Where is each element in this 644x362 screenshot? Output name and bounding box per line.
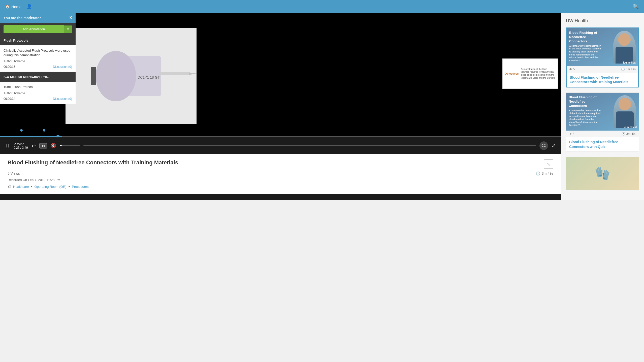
annotation-author-1: Author: bcherne — [4, 59, 72, 63]
top-navigation: 🏠 Home 👤 🔍 — [0, 0, 644, 13]
main-layout: You are the moderator X Add Annotation ▼… — [0, 13, 644, 200]
video-content: You are the moderator X Add Annotation ▼… — [0, 13, 561, 154]
annotation-body-2: 10mL Flush Protocol. Author: bcherne 00:… — [0, 82, 76, 103]
clock-icon: 🕐 — [536, 171, 540, 175]
cc-button[interactable]: CC — [539, 141, 548, 150]
video-thumbnail-small: Objectives Demonstration of the flush vo… — [502, 58, 558, 89]
card-logo-2: icumedical — [624, 126, 637, 129]
timeline-markers — [20, 129, 45, 132]
tag-healthcare[interactable]: Healthcare — [13, 185, 29, 189]
card-text-1: Blood Flushing of Needlefree Connectors … — [569, 31, 602, 62]
annotation-item-2: ICU Medical MicroClave Pro... ⋮ 10mL Flu… — [0, 72, 76, 104]
video-title-row: Blood Flushing of Needlefree Connectors … — [8, 159, 553, 169]
sidebar-channel-title: UW Health — [566, 18, 639, 23]
annotation-footer-2: 00:00:34 Discussion (0) — [4, 97, 72, 101]
svg-text:DC1Y1 18 GT: DC1Y1 18 GT — [138, 75, 160, 79]
card-duration-1: 🕐 3m 49s — [621, 68, 636, 71]
video-player-area[interactable]: You are the moderator X Add Annotation ▼… — [0, 13, 561, 154]
home-nav-item[interactable]: 🏠 Home — [5, 4, 21, 9]
card-image-2: Blood Flushing of Needlefree Connectors … — [566, 93, 639, 131]
sidebar: UW Health Blood Flushing of Needlefree C… — [561, 13, 644, 200]
volume-button[interactable]: 🔇 — [51, 143, 56, 148]
annotation-author-2: Author: bcherne — [4, 92, 72, 95]
playing-label: Playing — [14, 142, 24, 146]
video-meta: 5 Views 🕐 3m 49s — [8, 171, 553, 175]
user-icon[interactable]: 👤 — [26, 4, 32, 9]
add-annotation-bar: Add Annotation ▼ — [0, 23, 76, 36]
sidebar-card-1[interactable]: Blood Flushing of Needlefree Connectors … — [566, 27, 639, 87]
current-time: 0:25 — [14, 146, 19, 149]
timeline-marker-2 — [43, 129, 45, 132]
views-count: 5 Views — [8, 171, 20, 175]
person-head-2 — [619, 98, 631, 110]
card-logo-1: icumedical — [623, 61, 636, 64]
moderator-header: You are the moderator X — [0, 13, 76, 23]
rewind-button[interactable]: ↩ — [31, 143, 36, 149]
timeline-marker-1 — [20, 129, 23, 132]
pause-button[interactable]: ⏸ — [5, 143, 10, 149]
annotation-footer-1: 00:00:15 Discussion (0) — [4, 65, 72, 69]
tag-procedures[interactable]: Procedures — [72, 185, 88, 189]
total-time: 3:49 — [22, 146, 28, 149]
tag-sep-1: • — [31, 184, 33, 189]
card-text-2: Blood Flushing of Needlefree Connectors … — [569, 95, 601, 127]
seek-bar[interactable] — [83, 145, 536, 146]
sidebar-card-3[interactable]: 🧤 — [566, 157, 639, 190]
video-info: Blood Flushing of Needlefree Connectors … — [0, 154, 561, 194]
add-annotation-button[interactable]: Add Annotation — [4, 25, 64, 33]
thumbnail-description: Demonstration of the flush volumes requi… — [521, 68, 556, 80]
person-head-1 — [618, 33, 631, 46]
duration-value: 3m 49s — [542, 171, 553, 175]
annotation-body-1: Clinically Accepted Flush Protocols were… — [0, 45, 76, 72]
moderator-close-button[interactable]: X — [69, 16, 72, 20]
tag-icon: 🏷 — [8, 185, 11, 189]
card-info-1: Blood Flushing of Needlefree Connectors … — [567, 73, 638, 87]
glove-image: 🧤 — [595, 166, 610, 181]
person-image-1 — [613, 31, 636, 64]
svg-rect-5 — [91, 67, 96, 85]
card-title-1[interactable]: Blood Flushing of Needlefree Connectors … — [570, 75, 635, 84]
card-title-2[interactable]: Blood Flushing of Needlefree Connectors … — [569, 140, 636, 149]
search-icon[interactable]: 🔍 — [633, 4, 639, 10]
annotation-time-2: 00:00:34 — [4, 97, 15, 101]
video-controls: ⏸ Playing 0:25 / 3:49 ↩ 1x 🔇 — [0, 137, 561, 154]
annotation-text-1: Clinically Accepted Flush Protocols were… — [4, 48, 72, 57]
video-title: Blood Flushing of Needlefree Connectors … — [8, 159, 178, 166]
card-image-desc-2: A comparative demonstration of the flush… — [569, 109, 601, 127]
annotation-time-1: 00:00:15 — [4, 65, 15, 69]
speed-button[interactable]: 1x — [39, 143, 47, 148]
fullscreen-icon-button[interactable]: ⤡ — [544, 159, 553, 169]
card-image-1: Blood Flushing of Needlefree Connectors … — [567, 28, 638, 66]
moderator-panel: You are the moderator X Add Annotation ▼… — [0, 13, 76, 104]
annotation-discussion-1[interactable]: Discussion (0) — [53, 65, 72, 69]
card-duration-2: 🕐 3m 49s — [622, 132, 636, 136]
video-time: 0:25 / 3:49 — [14, 146, 28, 149]
nav-left: 🏠 Home 👤 — [5, 4, 32, 9]
annotation-discussion-2[interactable]: Discussion (0) — [53, 97, 72, 101]
expand-button[interactable]: ⤢ — [552, 143, 556, 149]
home-icon: 🏠 — [5, 4, 10, 9]
add-annotation-dropdown-button[interactable]: ▼ — [64, 25, 72, 33]
playing-info: Playing 0:25 / 3:49 — [14, 142, 28, 149]
volume-slider[interactable] — [60, 145, 80, 146]
card-image-desc-1: A comparative demonstration of the flush… — [569, 45, 602, 62]
home-label: Home — [11, 5, 21, 9]
card-image-title-2: Blood Flushing of Needlefree Connectors — [569, 95, 601, 108]
person-image-2 — [614, 95, 636, 128]
card-meta-2: 👁 2 🕐 3m 49s — [566, 131, 639, 137]
annotation-menu-1[interactable]: ⋮ — [68, 38, 72, 43]
syringe-image: DC1Y1 18 GT — [66, 28, 197, 124]
annotation-header-1: Flush Protocols ⋮ — [0, 36, 76, 45]
annotation-text-2: 10mL Flush Protocol. — [4, 85, 72, 89]
card-image-3: 🧤 — [566, 157, 639, 190]
card-views-2: 👁 2 — [569, 132, 574, 136]
annotation-menu-2[interactable]: ⋮ — [68, 74, 72, 79]
tag-operating-room[interactable]: Operating Room (OR) — [34, 185, 66, 189]
card-views-1: 👁 5 — [569, 68, 575, 71]
card-image-title-1: Blood Flushing of Needlefree Connectors — [569, 31, 602, 44]
card-info-2: Blood Flushing of Needlefree Connectors … — [566, 137, 639, 151]
annotation-item-1: Flush Protocols ⋮ Clinically Accepted Fl… — [0, 36, 76, 72]
sidebar-card-2[interactable]: Blood Flushing of Needlefree Connectors … — [566, 93, 639, 152]
thumbnail-objectives-label: Objectives — [505, 72, 519, 75]
annotation-title-2: ICU Medical MicroClave Pro... — [4, 75, 50, 79]
